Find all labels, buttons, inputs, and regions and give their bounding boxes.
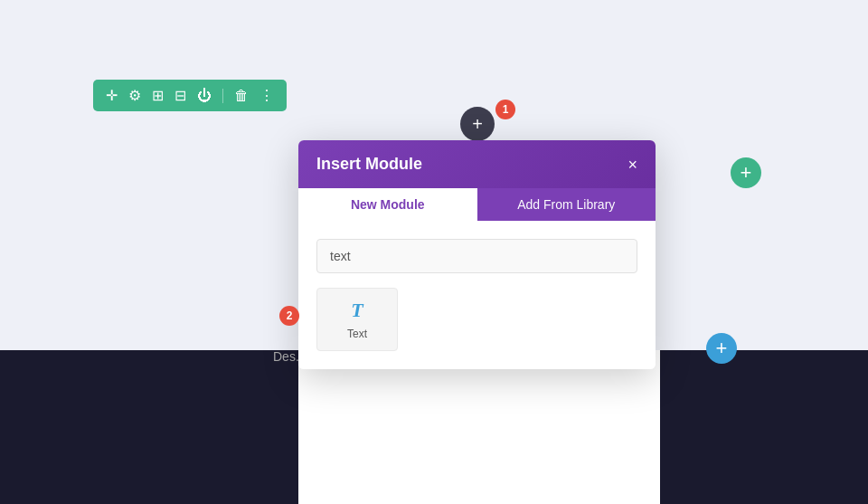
module-search-input[interactable] [316,239,637,273]
modal-tabs: New Module Add From Library [298,188,656,221]
layout-icon[interactable]: ⊞ [152,87,164,104]
settings-icon[interactable]: ⚙ [128,87,141,104]
modal-close-button[interactable]: × [627,157,637,173]
power-icon[interactable]: ⏻ [197,88,212,104]
trash-icon[interactable]: 🗑 [234,88,249,104]
module-toolbar: ✛ ⚙ ⊞ ⊟ ⏻ 🗑 ⋮ [93,80,287,111]
tab-add-from-library[interactable]: Add From Library [477,188,656,221]
text-module-label: Text [347,328,367,340]
background-white-center [298,350,660,504]
background-dark-right [660,350,868,504]
background-dark-left [0,350,298,504]
toolbar-divider [222,89,223,103]
badge-1: 1 [495,100,515,119]
modal-body: T Text [298,221,656,369]
insert-module-modal: Insert Module × New Module Add From Libr… [298,140,656,369]
module-grid: T Text [316,288,637,351]
module-item-text[interactable]: T Text [316,288,398,351]
badge-2: 2 [279,306,299,326]
modal-header: Insert Module × [298,140,656,188]
modal-title: Insert Module [316,155,422,174]
tab-new-module[interactable]: New Module [298,188,477,221]
text-module-icon: T [351,299,363,322]
move-icon[interactable]: ✛ [106,87,118,104]
add-right-button[interactable]: + [731,157,761,188]
insert-module-button[interactable]: + [460,107,495,141]
grid-icon[interactable]: ⊟ [175,87,186,104]
more-icon[interactable]: ⋮ [259,87,274,104]
add-bottom-button[interactable]: + [706,333,737,364]
